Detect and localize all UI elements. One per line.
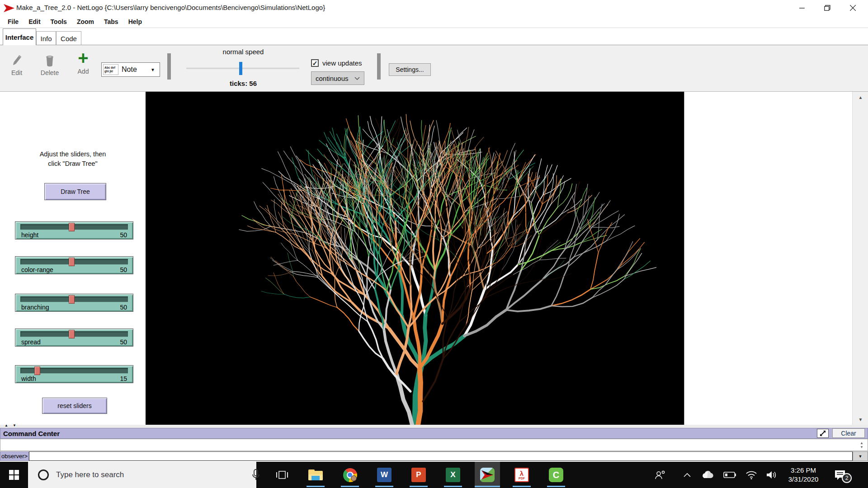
taskbar-app-chrome[interactable] [337,462,363,488]
cortana-icon [38,469,49,480]
slider-width[interactable]: width 15 [15,365,133,383]
chevron-down-icon [354,77,360,80]
menu-tabs[interactable]: Tabs [99,17,123,27]
minimize-icon [799,5,805,11]
pencil-icon [11,53,22,68]
open-indicator [410,486,428,487]
splitter-up-icon[interactable]: ▲ [5,424,8,427]
taskbar-search[interactable]: Type here to search [28,462,256,488]
slider-value: 50 [120,304,127,311]
word-icon: W [377,468,392,482]
open-indicator [444,486,462,487]
taskbar-app-excel[interactable]: X [440,462,466,488]
slider-spread[interactable]: spread 50 [15,328,133,347]
output-scroll-up-icon[interactable]: ▲ [860,441,863,445]
slider-handle[interactable] [69,295,75,304]
draw-tree-button[interactable]: Draw Tree [44,183,106,200]
scroll-up-icon[interactable]: ▲ [853,92,868,103]
tray-chevron-up-icon[interactable] [678,462,696,488]
tab-interface[interactable]: Interface [3,28,36,45]
interface-whitespace [684,92,852,425]
command-input[interactable] [29,451,853,461]
command-center-output[interactable]: ▲ ▼ [0,439,868,451]
widget-type-value: Note [122,66,137,74]
slider-handle[interactable] [69,223,75,231]
settings-button[interactable]: Settings... [389,63,431,76]
world-view-canvas[interactable] [146,92,684,425]
slider-handle[interactable] [69,330,75,338]
tab-info[interactable]: Info [36,31,56,45]
microphone-icon[interactable] [252,469,260,481]
minimize-button[interactable] [789,0,815,16]
excel-icon: X [446,468,460,482]
tab-bar [0,28,868,45]
output-scroll-down-icon[interactable]: ▼ [860,445,863,449]
netlogo-icon [480,468,495,482]
powerpoint-icon: P [411,468,426,482]
clear-button[interactable]: Clear [832,428,865,438]
trash-icon [45,53,55,68]
delete-widget-button[interactable]: Delete [37,53,62,76]
update-mode-select[interactable]: continuous [311,71,364,85]
battery-icon[interactable] [721,462,739,488]
menu-edit[interactable]: Edit [24,17,45,27]
command-center-expand-button[interactable] [817,429,829,438]
widget-type-select[interactable]: Abc def ghi jkl Note ▼ [101,62,160,77]
output-scrollbar[interactable]: ▲ ▼ [857,439,867,450]
toolbar-separator [377,53,381,80]
scroll-down-icon[interactable]: ▼ [853,414,868,425]
edit-widget-button[interactable]: Edit [6,53,27,76]
close-icon [850,5,856,11]
taskbar-app-netlogo-active[interactable] [475,462,500,488]
menu-zoom[interactable]: Zoom [72,17,99,27]
command-history-dropdown[interactable]: ▼ [853,451,868,461]
slider-label: width [21,375,36,382]
tab-code[interactable]: Code [56,31,81,45]
taskbar-app-word[interactable]: W [372,462,397,488]
vertical-scrollbar[interactable]: ▲ ▼ [852,92,868,425]
add-widget-label: Add [72,68,94,75]
edit-widget-label: Edit [6,69,27,76]
slider-height[interactable]: height 50 [15,221,133,239]
slider-branching[interactable]: branching 50 [15,294,133,312]
slider-handle[interactable] [69,258,75,266]
taskbar-app-acrobat[interactable]: λ PDF [509,462,534,488]
start-button[interactable] [0,462,28,488]
restore-button[interactable] [815,0,840,16]
slider-value: 15 [120,375,127,382]
onedrive-cloud-icon[interactable] [699,462,717,488]
restore-icon [824,5,830,11]
search-placeholder: Type here to search [56,470,124,479]
history-arrow-icon: ▼ [859,454,863,459]
slider-color-range[interactable]: color-range 50 [15,256,133,274]
task-view-button[interactable] [269,462,295,488]
menu-tools[interactable]: Tools [46,17,72,27]
delete-widget-label: Delete [37,69,62,76]
camtasia-icon: C [549,468,563,482]
taskbar-app-file-explorer[interactable] [303,462,328,488]
widget-panel: Adjust the sliders, then click "Draw Tre… [0,92,146,425]
reset-sliders-button[interactable]: reset sliders [42,398,107,414]
clock-time: 3:26 PM [778,466,828,475]
close-button[interactable] [840,0,865,16]
check-icon: ✓ [312,60,318,67]
people-icon[interactable] [651,462,669,488]
slider-label: branching [21,304,49,311]
menu-help[interactable]: Help [123,17,147,27]
splitter-down-icon[interactable]: ▼ [13,424,16,427]
taskbar-app-powerpoint[interactable]: P [406,462,431,488]
open-indicator [375,486,393,487]
wifi-icon[interactable] [742,462,760,488]
speed-slider-track[interactable] [186,68,299,69]
toolbar: Edit Delete + Add Abc def ghi jkl Note ▼… [0,45,868,92]
view-updates-checkbox[interactable]: ✓ [311,59,319,67]
menu-file[interactable]: File [3,17,24,27]
slider-handle[interactable] [34,366,40,375]
add-widget-button[interactable]: + Add [72,48,94,75]
slider-value: 50 [120,266,127,273]
speed-slider-handle[interactable] [239,62,242,75]
taskbar-clock[interactable]: 3:26 PM 3/31/2020 [778,466,828,484]
interface-area: Adjust the sliders, then click "Draw Tre… [0,92,868,425]
command-center-splitter[interactable]: ▲ ▼ [0,425,868,428]
taskbar-app-camtasia[interactable]: C [543,462,569,488]
